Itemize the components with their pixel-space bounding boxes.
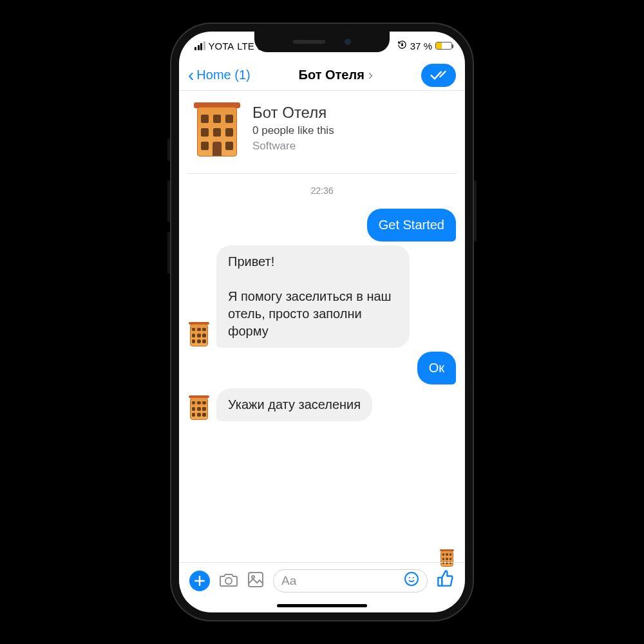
bot-name: Бот Отеля bbox=[252, 104, 334, 122]
message-bubble-out[interactable]: Get Started bbox=[367, 209, 456, 242]
message-row: Get Started bbox=[188, 209, 456, 242]
chat-timestamp: 22:36 bbox=[188, 174, 456, 205]
network-label: LTE bbox=[237, 41, 254, 52]
confirm-button[interactable] bbox=[421, 64, 456, 87]
bot-avatar-small bbox=[188, 322, 210, 348]
emoji-button[interactable] bbox=[404, 571, 419, 590]
thumbs-up-icon bbox=[437, 569, 455, 587]
rotation-lock-icon bbox=[397, 40, 407, 52]
chat-area[interactable]: Бот Отеля 0 people like this Software 22… bbox=[179, 91, 465, 562]
bot-likes: 0 people like this bbox=[252, 124, 334, 137]
signal-icon bbox=[194, 41, 205, 50]
svg-point-3 bbox=[252, 576, 254, 578]
bot-avatar-small bbox=[188, 395, 210, 421]
notch bbox=[254, 32, 390, 52]
phone-frame: YOTA LTE VPN 22:37 37 % ‹ bbox=[170, 23, 474, 621]
check-icon bbox=[430, 70, 447, 81]
message-bubble-in[interactable]: Привет! Я помогу заселиться в наш отель,… bbox=[216, 245, 410, 348]
sticker-preview[interactable] bbox=[439, 549, 455, 562]
message-bubble-out[interactable]: Ок bbox=[417, 352, 456, 384]
smile-icon bbox=[404, 571, 419, 587]
screen: YOTA LTE VPN 22:37 37 % ‹ bbox=[179, 32, 465, 612]
message-bubble-in[interactable]: Укажи дату заселения bbox=[216, 388, 372, 421]
camera-icon bbox=[219, 571, 238, 588]
message-row: Ок bbox=[188, 352, 456, 384]
battery-icon bbox=[435, 42, 452, 50]
battery-pct: 37 % bbox=[410, 41, 432, 52]
svg-point-4 bbox=[405, 573, 418, 585]
like-button[interactable] bbox=[437, 569, 455, 592]
svg-point-5 bbox=[409, 577, 410, 578]
message-row: Привет! Я помогу заселиться в наш отель,… bbox=[188, 245, 456, 348]
back-button[interactable]: ‹ Home (1) bbox=[188, 68, 251, 82]
image-icon bbox=[247, 571, 264, 588]
svg-rect-2 bbox=[249, 573, 263, 587]
svg-point-6 bbox=[413, 577, 414, 578]
chat-title: Бот Отеля bbox=[299, 68, 365, 82]
input-placeholder: Aa bbox=[281, 574, 296, 588]
message-row: Укажи дату заселения bbox=[188, 388, 456, 421]
carrier-label: YOTA bbox=[209, 41, 234, 52]
add-button[interactable] bbox=[189, 571, 210, 591]
plus-icon bbox=[194, 576, 205, 586]
home-indicator[interactable] bbox=[179, 598, 465, 612]
back-label: Home (1) bbox=[196, 68, 250, 82]
nav-bar: ‹ Home (1) Бот Отеля › bbox=[179, 60, 465, 91]
svg-rect-0 bbox=[401, 44, 403, 46]
message-input[interactable]: Aa bbox=[273, 569, 428, 592]
gallery-button[interactable] bbox=[247, 571, 264, 591]
bot-profile[interactable]: Бот Отеля 0 people like this Software bbox=[188, 91, 456, 174]
bot-avatar bbox=[192, 102, 242, 159]
composer: Aa bbox=[179, 562, 465, 598]
chat-title-button[interactable]: Бот Отеля › bbox=[299, 67, 374, 84]
bot-category: Software bbox=[252, 140, 334, 153]
svg-point-1 bbox=[225, 578, 232, 584]
chevron-right-icon: › bbox=[368, 67, 373, 84]
camera-button[interactable] bbox=[219, 571, 238, 591]
